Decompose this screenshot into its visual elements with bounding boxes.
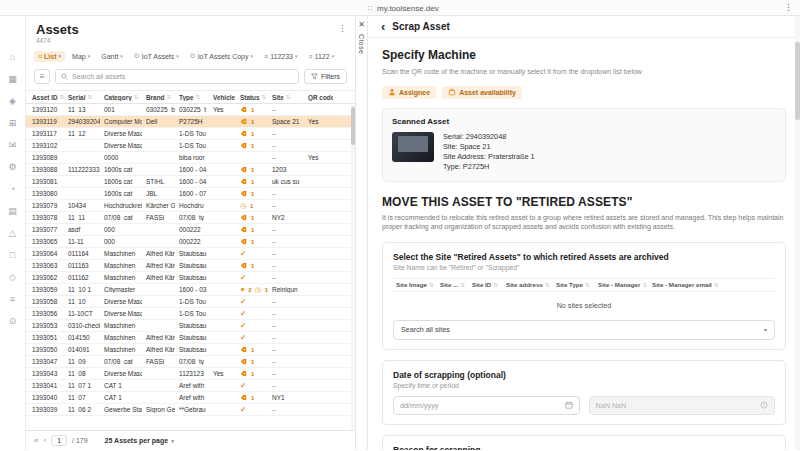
table-row[interactable]: 139305611-10CTDiverse Masch1-DS Tou✓– <box>26 308 355 320</box>
pagination-first-button[interactable]: « <box>34 436 38 445</box>
tag-asset-availability[interactable]: Asset availability <box>442 86 522 99</box>
tab-list[interactable]: ≡List▾ <box>34 51 65 62</box>
table-row[interactable]: 1393102Diverse Masch1-DS Tou1– <box>26 140 355 152</box>
back-button[interactable]: ‹ <box>381 22 385 32</box>
box-icon[interactable]: □ <box>10 250 15 260</box>
table-scrollbar[interactable] <box>351 105 355 430</box>
site-search-select[interactable]: Search all sites ▾ <box>393 320 775 340</box>
diamond-icon[interactable]: ◇ <box>9 272 16 282</box>
table-row[interactable]: 1393077asdf0000002221– <box>26 224 355 236</box>
table-row[interactable]: 139307811_1107/08_catFASSI07/08_ty1NY2 <box>26 212 355 224</box>
scanned-asset-card: Scanned Asset Serial: 2940392048Site: Sp… <box>382 108 786 182</box>
column-header-brand[interactable]: Brand⇅ <box>142 94 175 101</box>
column-header-site[interactable]: Site⇅ <box>268 94 304 101</box>
column-header-vehicle[interactable]: Vehicle⇅ <box>209 94 236 101</box>
date-input[interactable]: dd/mm/yyyy <box>393 396 580 415</box>
tab-iot-assets[interactable]: ⊙IoT Assets▾ <box>130 50 183 62</box>
table-row[interactable]: 13931192940392048Computer MorDellP2725H1… <box>26 116 355 128</box>
search-input[interactable]: Search all assets <box>55 69 299 84</box>
table-row[interactable]: 139304111_07 1CAT 1Aref with✓– <box>26 380 355 392</box>
tab-iot-assets-copy[interactable]: ⊙IoT Assets Copy▾ <box>186 50 257 62</box>
settings-icon[interactable]: ⚙ <box>8 162 16 172</box>
site-column-header[interactable]: Site - Manager email⇅ <box>649 281 721 288</box>
alert-icon[interactable]: △ <box>9 228 16 238</box>
cell: 07/08_ty <box>175 358 209 365</box>
table-row[interactable]: 1393051014150MaschinenAlfred KärcStaubsa… <box>26 332 355 344</box>
pagination-prev-button[interactable]: ‹ <box>43 436 46 445</box>
close-label[interactable]: Close <box>358 34 365 54</box>
column-label: Site - Manager email <box>652 281 712 288</box>
table-row[interactable]: 1393050014091MaschinenAlfred KärcStaubsa… <box>26 344 355 356</box>
site-column-header[interactable]: Site ID⇅ <box>469 281 503 288</box>
per-page-select[interactable]: 25 Assets per page ▾ <box>105 437 174 444</box>
table-row[interactable]: 13930801600s catJBL1600 - 071– <box>26 188 355 200</box>
site-column-header[interactable]: Site - Manager⇅ <box>595 281 649 288</box>
column-header-category[interactable]: Category⇅ <box>100 94 142 101</box>
time-input[interactable]: NaN:NaN <box>589 396 776 415</box>
list-icon[interactable]: ▤ <box>8 206 17 216</box>
table-scrollbar-thumb[interactable] <box>351 107 355 145</box>
filters-button[interactable]: Filters <box>304 69 347 84</box>
column-label: QR code <box>308 94 333 101</box>
home-icon[interactable]: ⌂ <box>10 52 15 62</box>
table-row[interactable]: 13930811600s catSTIHL1600 - 041uk cus su <box>26 176 355 188</box>
table-row[interactable]: 1393063011163MaschinenAlfred KärcStaubsa… <box>26 260 355 272</box>
table-row[interactable]: 139304711_0907/08_catFASSI07/08_ty1– <box>26 356 355 368</box>
table-row[interactable]: 1393062011162MaschinenAlfred KärcStaubsa… <box>26 272 355 284</box>
browser-menu-icon[interactable]: ⋮ <box>784 2 793 12</box>
clock-icon[interactable]: ◔ <box>10 184 15 194</box>
table-row[interactable]: 13930890000biba roor–Yes <box>26 152 355 164</box>
mail-icon[interactable]: ✉ <box>9 140 17 150</box>
page-number-input[interactable]: 1 <box>51 435 67 446</box>
assets-icon[interactable]: ◈ <box>9 96 16 106</box>
price-tag-icon <box>240 370 247 377</box>
table-row[interactable]: 139303911_06 2Gewerbe StaulSigron Ges**G… <box>26 404 355 416</box>
table-row[interactable]: 1393064011164MaschinenAlfred KärcStaubsa… <box>26 248 355 260</box>
column-header-type[interactable]: Type⇅ <box>175 94 209 101</box>
chevron-down-icon: ▾ <box>332 53 335 59</box>
dashboard-icon[interactable]: ▦ <box>8 74 17 84</box>
tab-1122[interactable]: ≡1122▾ <box>304 51 338 62</box>
site-search-placeholder: Search all sites <box>401 325 450 334</box>
status-cell: 1 <box>236 346 268 353</box>
asset-info-line: Type: P2725H <box>443 162 535 172</box>
cell: 1393051 <box>28 334 64 341</box>
table-row[interactable]: 139304311_08Diverse Masch1123123Yes1– <box>26 368 355 380</box>
table-row[interactable]: 139305911_10 1Citymaster1600 - 032◷1Rein… <box>26 284 355 296</box>
panel-scrollbar[interactable] <box>795 16 800 450</box>
panel-scrollbar-thumb[interactable] <box>795 42 800 120</box>
site-column-header[interactable]: Site Image⇅ <box>393 281 437 288</box>
calendar-icon[interactable]: ⊞ <box>9 118 17 128</box>
table-row[interactable]: 139305811_10Diverse Masch1-DS Tou✓– <box>26 296 355 308</box>
cell: 1393050 <box>28 346 64 353</box>
tag-assignee[interactable]: Assignee <box>382 86 436 99</box>
column-header-asset-id[interactable]: Asset ID⇅ <box>28 94 64 101</box>
table-row[interactable]: 139304011_07CAT 1Aref with1NY1 <box>26 392 355 404</box>
cell: – <box>268 238 304 245</box>
pagination-bar: « ‹ 1 / 179 25 Assets per page ▾ <box>26 430 355 450</box>
columns-toggle-button[interactable]: ≡ <box>34 69 50 84</box>
tab-112233[interactable]: ≡112233▾ <box>260 51 301 62</box>
target-icon[interactable]: ⊙ <box>9 316 17 326</box>
tab-gantt[interactable]: Gantt▾ <box>97 51 127 62</box>
site-column-header[interactable]: Site ...⇅ <box>437 281 469 288</box>
cell: Staubsau <box>175 262 209 269</box>
menu-icon[interactable]: ≡ <box>10 294 15 304</box>
site-column-header[interactable]: Site address⇅ <box>503 281 553 288</box>
assets-menu-icon[interactable]: ⋮ <box>338 23 347 33</box>
site-column-header[interactable]: Site Type⇅ <box>553 281 595 288</box>
table-row[interactable]: 139307910434HochdruckreirKärcher GrHochd… <box>26 200 355 212</box>
close-icon[interactable]: ✕ <box>358 21 365 29</box>
status-cell: 1 <box>236 394 268 401</box>
table-row[interactable]: 139311711_12Diverse Masch1-DS Tou1– <box>26 128 355 140</box>
cell: 111222333 <box>64 166 100 173</box>
column-header-status[interactable]: Status⇅ <box>236 94 268 101</box>
column-header-serial[interactable]: Serial⇅ <box>64 94 100 101</box>
table-row[interactable]: 13930881112223331600s cat1600 - 0411203 <box>26 164 355 176</box>
table-row[interactable]: 13930530310-checkMaschinenStaubsau✓– <box>26 320 355 332</box>
column-header-qr-code[interactable]: QR code⇅ <box>304 94 333 101</box>
table-row[interactable]: 139306511-110000002221– <box>26 236 355 248</box>
tab-map[interactable]: Map▾ <box>68 51 94 62</box>
time-value: NaN:NaN <box>596 401 627 410</box>
table-row[interactable]: 139312011_13001030225_br030225_tYes1– <box>26 104 355 116</box>
